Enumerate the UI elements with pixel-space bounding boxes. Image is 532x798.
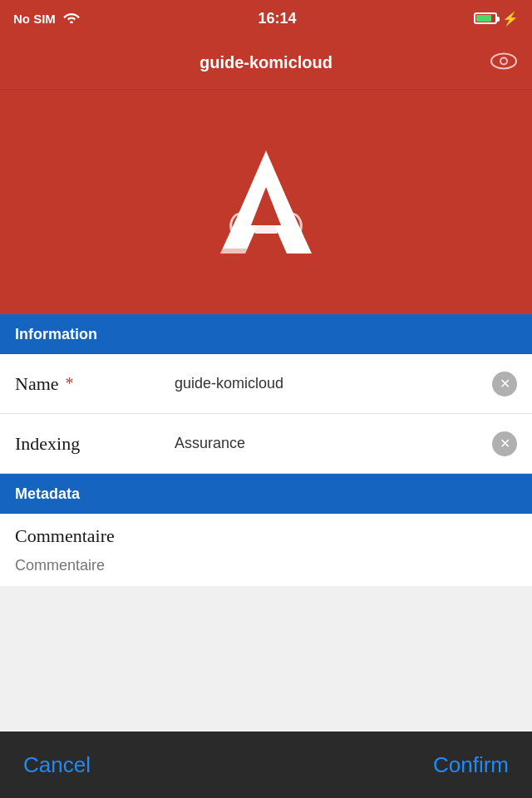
svg-point-1 <box>491 53 516 68</box>
battery-icon <box>474 12 497 24</box>
bottom-bar: Cancel Confirm <box>0 732 532 798</box>
status-bar: No SIM 16:14 ⚡ <box>0 0 532 37</box>
indexing-label: Indexing <box>15 433 165 455</box>
pdf-logo <box>200 135 332 268</box>
eye-icon[interactable] <box>490 50 517 76</box>
metadata-area: Commentaire <box>0 514 532 586</box>
cancel-button[interactable]: Cancel <box>23 752 91 778</box>
form-area: Name * guide-komicloud ✕ Indexing Assura… <box>0 354 532 474</box>
commentaire-label-row: Commentaire <box>0 514 532 550</box>
svg-point-2 <box>500 57 507 64</box>
commentaire-label: Commentaire <box>15 525 115 546</box>
hero-area <box>0 90 532 314</box>
name-value[interactable]: guide-komicloud <box>165 375 492 392</box>
name-row: Name * guide-komicloud ✕ <box>0 354 532 414</box>
indexing-row: Indexing Assurance ✕ <box>0 414 532 474</box>
metadata-section-header: Metadata <box>0 474 532 514</box>
nav-title: guide-komicloud <box>200 53 332 72</box>
status-left: No SIM <box>13 10 81 27</box>
svg-point-0 <box>70 21 73 23</box>
indexing-value[interactable]: Assurance <box>165 435 492 452</box>
indexing-clear-button[interactable]: ✕ <box>492 431 517 456</box>
wifi-icon <box>62 10 81 27</box>
nav-bar: guide-komicloud <box>0 37 532 90</box>
name-label: Name * <box>15 373 165 395</box>
status-right: ⚡ <box>474 11 519 27</box>
carrier-label: No SIM <box>13 12 56 26</box>
information-section-header: Information <box>0 314 532 354</box>
metadata-label: Metadata <box>15 485 80 503</box>
name-clear-button[interactable]: ✕ <box>492 372 517 397</box>
information-label: Information <box>15 326 97 343</box>
status-time: 16:14 <box>258 10 296 27</box>
commentaire-input-row[interactable] <box>0 550 532 586</box>
commentaire-input[interactable] <box>15 557 517 574</box>
lightning-icon: ⚡ <box>502 11 519 27</box>
confirm-button[interactable]: Confirm <box>433 752 509 778</box>
required-indicator: * <box>66 374 74 393</box>
